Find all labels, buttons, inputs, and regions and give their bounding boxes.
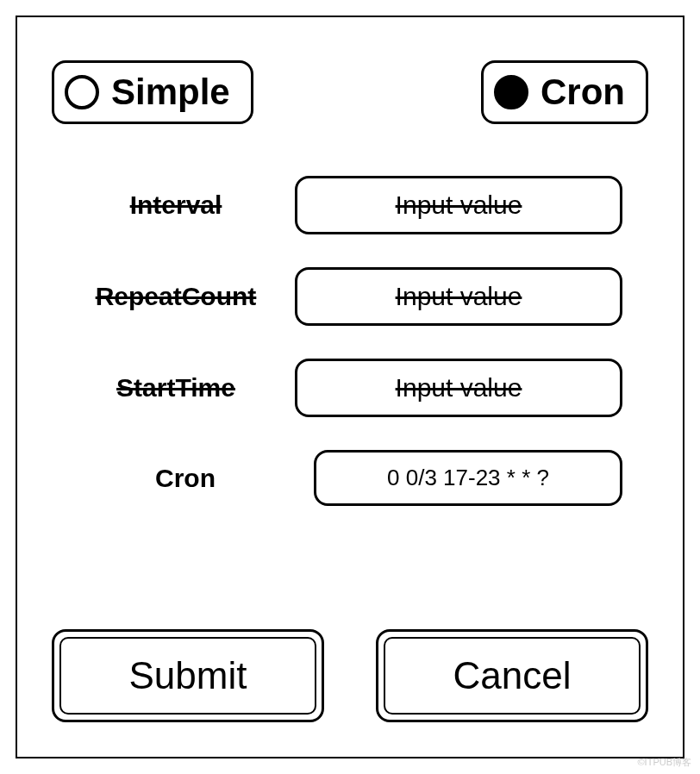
start-time-input[interactable]	[295, 359, 622, 417]
radio-cron[interactable]: Cron	[481, 60, 648, 124]
interval-input[interactable]	[295, 176, 622, 234]
submit-button-label: Submit	[59, 637, 316, 715]
radio-circle-filled-icon	[494, 75, 528, 109]
cron-input[interactable]	[314, 450, 622, 506]
submit-button[interactable]: Submit	[52, 629, 324, 722]
radio-circle-icon	[65, 75, 99, 109]
radio-simple[interactable]: Simple	[52, 60, 253, 124]
interval-label: Interval	[78, 190, 274, 220]
field-cron: Cron	[78, 450, 622, 506]
repeat-count-label: RepeatCount	[78, 282, 274, 311]
form-container: Simple Cron Interval RepeatCount StartTi…	[16, 16, 684, 758]
field-start-time: StartTime	[78, 359, 622, 417]
radio-row: Simple Cron	[52, 60, 648, 124]
fields-container: Interval RepeatCount StartTime Cron	[52, 176, 648, 506]
start-time-label: StartTime	[78, 373, 274, 403]
watermark: ©ITPUB博客	[638, 756, 692, 769]
field-repeat-count: RepeatCount	[78, 267, 622, 326]
button-row: Submit Cancel	[52, 629, 648, 722]
radio-cron-label: Cron	[541, 72, 625, 113]
repeat-count-input[interactable]	[295, 267, 622, 326]
cancel-button-label: Cancel	[384, 637, 641, 715]
cron-label: Cron	[78, 464, 293, 493]
radio-simple-label: Simple	[111, 72, 230, 113]
cancel-button[interactable]: Cancel	[376, 629, 648, 722]
field-interval: Interval	[78, 176, 622, 234]
